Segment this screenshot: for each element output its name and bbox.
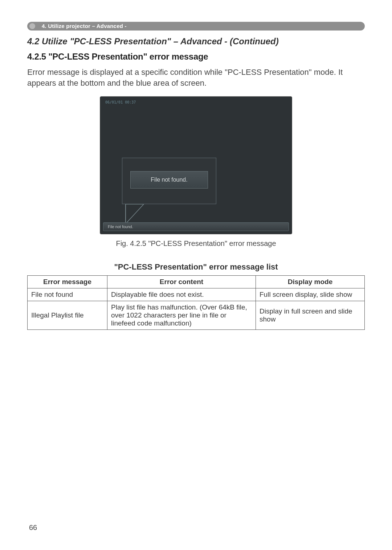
ribbon-label: 4. Utilize projector – Advanced - bbox=[42, 23, 127, 29]
error-message-table: Error message Error content Display mode… bbox=[27, 275, 365, 330]
table-row: Illegal Playlist file Play list file has… bbox=[28, 301, 365, 330]
subsection-title: 4.2.5 "PC-LESS Presentation" error messa… bbox=[27, 52, 365, 62]
table-cell: Displayable file does not exist. bbox=[107, 288, 256, 301]
section-ribbon: 4. Utilize projector – Advanced - bbox=[27, 22, 365, 31]
screenshot-timestamp: 06/01/01 00:37 bbox=[105, 100, 136, 104]
table-header-row: Error message Error content Display mode bbox=[28, 276, 365, 288]
table-title: "PC-LESS Presentation" error message lis… bbox=[27, 262, 365, 272]
table-header-display-mode: Display mode bbox=[256, 276, 365, 288]
page-number: 66 bbox=[29, 523, 37, 532]
svg-marker-0 bbox=[126, 204, 144, 224]
intro-paragraph: Error message is displayed at a specific… bbox=[27, 67, 365, 88]
screenshot-popup-text: File not found. bbox=[130, 171, 208, 189]
screenshot-statusbar-text: File not found. bbox=[108, 225, 133, 229]
table-row: File not found Displayable file does not… bbox=[28, 288, 365, 301]
table-cell: Illegal Playlist file bbox=[28, 301, 107, 330]
table-cell: Play list file has malfunction. (Over 64… bbox=[107, 301, 256, 330]
table-header-error-message: Error message bbox=[28, 276, 107, 288]
screenshot-container: 06/01/01 00:37 File not found. File not … bbox=[27, 96, 365, 234]
table-cell: Full screen display, slide show bbox=[256, 288, 365, 301]
error-screenshot: 06/01/01 00:37 File not found. File not … bbox=[100, 96, 292, 234]
section-title: 4.2 Utilize "PC-LESS Presentation" – Adv… bbox=[27, 36, 365, 46]
table-header-error-content: Error content bbox=[107, 276, 256, 288]
screenshot-popup: File not found. bbox=[122, 158, 216, 204]
table-cell: Display in full screen and slide show bbox=[256, 301, 365, 330]
table-cell: File not found bbox=[28, 288, 107, 301]
screenshot-statusbar: File not found. bbox=[103, 222, 289, 231]
figure-caption: Fig. 4.2.5 "PC-LESS Presentation" error … bbox=[27, 239, 365, 248]
